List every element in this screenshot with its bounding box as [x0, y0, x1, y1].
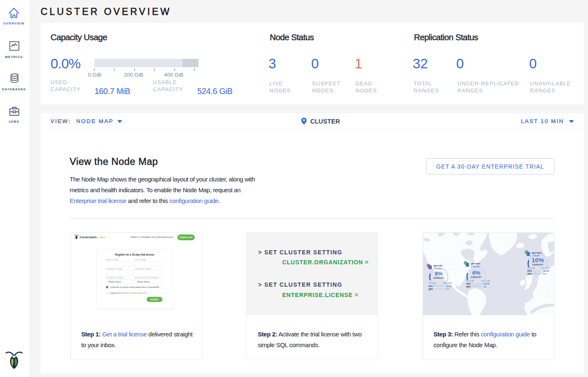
svg-text:43.7 GiB: 43.7 GiB — [481, 280, 490, 282]
svg-text:CAPACITY: CAPACITY — [532, 264, 544, 266]
svg-text:6%: 6% — [472, 270, 481, 276]
svg-text:53.3%: 53.3% — [543, 270, 549, 272]
svg-text:geo=sfo: geo=sfo — [434, 264, 443, 267]
svg-text:QPS: QPS — [528, 273, 532, 275]
svg-text:9%: 9% — [435, 271, 443, 277]
svg-text:CPU: CPU — [428, 285, 433, 288]
svg-text:0.0: 0.0 — [484, 285, 486, 288]
svg-text:35.1 GiB: 35.1 GiB — [443, 282, 452, 284]
svg-text:CPU: CPU — [528, 270, 532, 272]
svg-text:0.4: 0.4 — [543, 273, 546, 275]
svg-text:34.4 GiB: 34.4 GiB — [541, 267, 550, 269]
svg-text:11.0%: 11.0% — [446, 285, 452, 288]
svg-text:3.6 GiB: 3.6 GiB — [528, 267, 535, 269]
svg-text:QPS: QPS — [466, 285, 471, 288]
svg-text:42.5%: 42.5% — [484, 283, 490, 285]
svg-text:geo=ams: geo=ams — [532, 251, 542, 254]
svg-text:3.2 GiB: 3.2 GiB — [428, 282, 436, 284]
svg-text:4.7: 4.7 — [446, 288, 449, 290]
svg-text:CAPACITY: CAPACITY — [433, 277, 445, 279]
svg-text:10%: 10% — [532, 256, 544, 263]
svg-text:CAPACITY: CAPACITY — [471, 276, 482, 278]
svg-text:geo=nyc: geo=nyc — [471, 262, 480, 265]
svg-text:3.7 GiB: 3.7 GiB — [466, 280, 474, 282]
svg-text:CPU: CPU — [466, 283, 471, 285]
svg-text:QPS: QPS — [428, 288, 433, 290]
